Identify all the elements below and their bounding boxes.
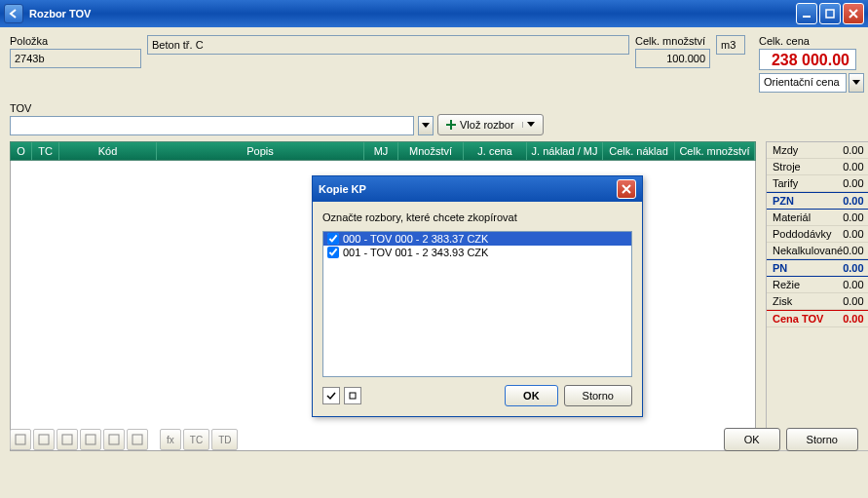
svg-rect-2 (16, 435, 25, 444)
window-title-bar: Rozbor TOV (0, 0, 868, 27)
plus-icon (446, 120, 456, 130)
back-icon[interactable] (4, 4, 23, 23)
pn-row: PN0.00 (767, 259, 868, 277)
col-cnaklad[interactable]: Celk. náklad (603, 142, 675, 160)
col-jnaklad[interactable]: J. náklad / MJ (527, 142, 603, 160)
minimize-button[interactable] (796, 3, 817, 24)
storno-button[interactable]: Storno (786, 428, 858, 451)
td-button[interactable]: TD (211, 429, 238, 450)
dialog-close-button[interactable] (617, 179, 636, 199)
svg-rect-4 (62, 435, 72, 444)
maximize-button[interactable] (819, 3, 841, 24)
tov-input[interactable] (10, 116, 414, 135)
tool-btn-1[interactable] (10, 429, 31, 450)
fx-button[interactable]: fx (160, 429, 181, 450)
orientacni-select[interactable]: Orientační cena (759, 73, 847, 93)
svg-rect-6 (109, 435, 119, 444)
celk-cena-value: 238 000.00 (759, 49, 856, 70)
col-tc[interactable]: TC (32, 142, 59, 160)
svg-rect-5 (86, 435, 95, 444)
col-mnozstvi[interactable]: Množství (398, 142, 464, 160)
dialog-title: Kopie KP (319, 183, 366, 195)
item-label: 001 - TOV 001 - 2 343.93 CZK (343, 247, 488, 258)
tc-button[interactable]: TC (183, 429, 209, 450)
vloz-label: Vlož rozbor (460, 119, 514, 131)
qty-input (635, 49, 710, 68)
svg-rect-3 (39, 435, 49, 444)
pzn-row: PZN0.00 (767, 192, 868, 210)
grid-header: O TC Kód Popis MJ Množství J. cena J. ná… (10, 141, 756, 161)
col-cmnozstvi[interactable]: Celk. množství (675, 142, 755, 160)
col-jcena[interactable]: J. cena (464, 142, 527, 160)
tool-btn-6[interactable] (127, 429, 148, 450)
kopie-kp-dialog: Kopie KP Označte rozbory, které chcete z… (312, 175, 643, 417)
polozka-desc-input (147, 35, 629, 55)
celk-cena-label: Celk. cena (759, 35, 864, 47)
item-checkbox[interactable] (327, 233, 339, 245)
deselect-all-button[interactable] (344, 387, 361, 404)
dialog-ok-button[interactable]: OK (505, 385, 558, 406)
dialog-storno-button[interactable]: Storno (564, 385, 632, 406)
tov-label: TOV (10, 102, 414, 114)
tool-btn-5[interactable] (103, 429, 125, 450)
tov-dropdown-icon[interactable] (418, 116, 434, 135)
item-label: 000 - TOV 000 - 2 383.37 CZK (343, 233, 488, 245)
svg-rect-7 (132, 435, 142, 444)
item-checkbox[interactable] (327, 247, 339, 258)
zisk-row: Zisk0.00 (767, 293, 868, 310)
tarify-row: Tarify0.00 (767, 175, 868, 192)
polozka-code-input (10, 49, 141, 68)
tool-btn-2[interactable] (33, 429, 55, 450)
list-item[interactable]: 000 - TOV 000 - 2 383.37 CZK (323, 232, 631, 246)
close-button[interactable] (843, 3, 864, 24)
window-title: Rozbor TOV (29, 8, 91, 19)
rozbory-list[interactable]: 000 - TOV 000 - 2 383.37 CZK 001 - TOV 0… (322, 231, 632, 377)
cena-tov-row: Cena TOV0.00 (767, 310, 868, 327)
unit-input (716, 35, 745, 55)
col-mj[interactable]: MJ (364, 142, 398, 160)
rezie-row: Režie0.00 (767, 277, 868, 293)
tool-btn-3[interactable] (57, 429, 78, 450)
chevron-down-icon (522, 122, 535, 128)
select-all-button[interactable] (322, 387, 340, 404)
tool-btn-4[interactable] (80, 429, 101, 450)
cost-summary-panel: Mzdy0.00 Stroje0.00 Tarify0.00 PZN0.00 M… (766, 141, 868, 451)
vloz-rozbor-button[interactable]: Vlož rozbor (437, 114, 544, 135)
stroje-row: Stroje0.00 (767, 159, 868, 175)
list-item[interactable]: 001 - TOV 001 - 2 343.93 CZK (323, 246, 631, 259)
mzdy-row: Mzdy0.00 (767, 142, 868, 159)
col-o[interactable]: O (11, 142, 32, 160)
polozka-label: Položka (10, 35, 141, 47)
nekalk-row: Nekalkulované0.00 (767, 243, 868, 259)
dialog-instruction: Označte rozbory, které chcete zkopírovat (322, 211, 632, 223)
orientacni-dropdown-icon[interactable] (849, 73, 864, 93)
dialog-title-bar: Kopie KP (313, 176, 642, 202)
material-row: Materiál0.00 (767, 210, 868, 226)
ok-button[interactable]: OK (724, 428, 780, 451)
celk-mnozstvi-label: Celk. množství (635, 35, 710, 47)
svg-rect-1 (826, 10, 834, 18)
col-popis[interactable]: Popis (157, 142, 364, 160)
svg-rect-8 (350, 393, 356, 399)
col-kod[interactable]: Kód (59, 142, 157, 160)
poddodavky-row: Poddodávky0.00 (767, 226, 868, 243)
